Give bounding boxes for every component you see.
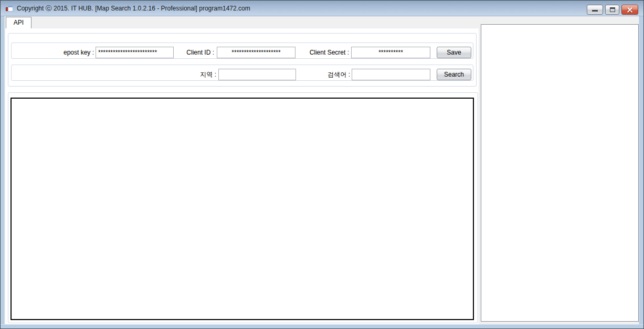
application-window: Copyright ⓒ 2015. IT HUB. [Map Search 1.… [0, 0, 644, 329]
keyword-label: 검색어 : [287, 69, 350, 80]
close-button[interactable] [621, 5, 638, 15]
app-icon-window-shape [8, 5, 13, 12]
app-icon [5, 4, 14, 13]
search-button[interactable]: Search [437, 69, 471, 80]
app-icon-titlebar-shape [8, 6, 13, 7]
window-controls [587, 5, 638, 15]
maximize-button[interactable] [605, 5, 619, 15]
save-button[interactable]: Save [437, 47, 471, 58]
maximize-icon [610, 7, 615, 12]
epost-key-input[interactable] [96, 47, 174, 58]
map-display[interactable] [10, 98, 474, 320]
minimize-icon [592, 10, 598, 12]
region-input[interactable] [218, 69, 296, 80]
minimize-button[interactable] [587, 5, 603, 15]
keyword-input[interactable] [352, 69, 430, 80]
epost-key-label: epost key : [22, 47, 94, 58]
window-frame-right [639, 16, 643, 328]
window-frame-left [1, 16, 5, 328]
client-secret-label: Client Secret : [284, 47, 349, 58]
tab-api[interactable]: API [6, 17, 31, 28]
client-secret-input[interactable] [351, 47, 430, 58]
window-frame-bottom [1, 324, 643, 328]
client-id-label: Client ID : [163, 47, 214, 58]
results-listbox[interactable] [481, 24, 639, 322]
titlebar[interactable]: Copyright ⓒ 2015. IT HUB. [Map Search 1.… [1, 1, 643, 16]
region-label: 지역 : [174, 69, 216, 80]
close-icon [627, 7, 633, 13]
window-title: Copyright ⓒ 2015. IT HUB. [Map Search 1.… [17, 1, 250, 16]
